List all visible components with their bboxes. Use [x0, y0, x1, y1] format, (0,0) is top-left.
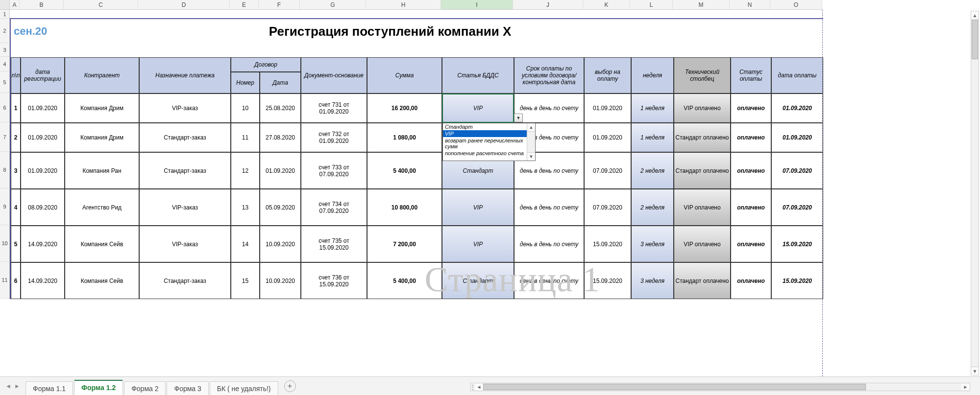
cell-term[interactable]: день в день по счету — [514, 189, 584, 226]
hscroll-thumb[interactable] — [483, 384, 866, 390]
scroll-left-icon[interactable]: ◄ — [475, 383, 483, 391]
cell-n[interactable]: 6 — [11, 262, 21, 299]
sheet-tab[interactable]: Форма 1.1 — [25, 381, 73, 395]
col-header-L[interactable]: L — [630, 0, 673, 9]
cell-n[interactable]: 3 — [11, 152, 21, 189]
cell-contract-date[interactable]: 27.08.2020 — [260, 123, 301, 152]
cell-n[interactable]: 4 — [11, 189, 21, 226]
cell-n[interactable]: 2 — [11, 123, 21, 152]
cell-contract-num[interactable]: 11 — [231, 123, 260, 152]
dropdown-scrollbar[interactable]: ▲▼ — [527, 123, 535, 161]
cell-tech[interactable]: VIP оплачено — [674, 189, 731, 226]
sheet-tab[interactable]: Форма 2 — [124, 381, 166, 395]
cell-purpose[interactable]: Стандарт-заказ — [139, 152, 231, 189]
cell-reg-date[interactable]: 14.09.2020 — [21, 226, 65, 262]
row-header-10[interactable]: 10 — [0, 225, 9, 262]
cell-reg-date[interactable]: 14.09.2020 — [21, 262, 65, 299]
cell-sum[interactable]: 1 080,00 — [367, 123, 442, 152]
row-header-8[interactable]: 8 — [0, 152, 9, 188]
cell-doc[interactable]: счет 736 от15.09.2020 — [301, 262, 367, 299]
cell-week[interactable]: 2 неделя — [631, 152, 674, 189]
row-header-2[interactable]: 2 — [0, 19, 9, 43]
cell-week[interactable]: 3 неделя — [631, 226, 674, 262]
cell-n[interactable]: 5 — [11, 226, 21, 262]
cell-contract-date[interactable]: 05.09.2020 — [260, 189, 301, 226]
cell-doc[interactable]: счет 731 от01.09.2020 — [301, 93, 367, 123]
row-header-11[interactable]: 11 — [0, 262, 9, 299]
dropdown-list[interactable]: СтандартVIPвозврат ранее перечисленных с… — [442, 123, 536, 161]
cell-sum[interactable]: 7 200,00 — [367, 226, 442, 262]
cell-status[interactable]: оплачено — [731, 262, 771, 299]
cell-week[interactable]: 2 неделя — [631, 189, 674, 226]
cell-counterparty[interactable]: Компания Сейв — [65, 226, 139, 262]
col-header-K[interactable]: K — [583, 0, 630, 9]
cell-status[interactable]: оплачено — [731, 189, 771, 226]
cell-pay-date[interactable]: 15.09.2020 — [771, 226, 823, 262]
tab-prev-icon[interactable]: ◄ — [5, 383, 12, 390]
cell-purpose[interactable]: Стандарт-заказ — [139, 262, 231, 299]
tab-next-icon[interactable]: ► — [14, 383, 21, 390]
cell-contract-date[interactable]: 10.09.2020 — [260, 226, 301, 262]
cell-choice[interactable]: 15.09.2020 — [584, 226, 631, 262]
row-header-4[interactable]: 4 — [0, 57, 9, 71]
cell-bdds[interactable]: Стандарт — [442, 262, 514, 299]
col-header-C[interactable]: C — [64, 0, 138, 9]
cell-choice[interactable]: 01.09.2020 — [584, 123, 631, 152]
cell-status[interactable]: оплачено — [731, 226, 771, 262]
col-header-G[interactable]: G — [300, 0, 366, 9]
cell-reg-date[interactable]: 01.09.2020 — [21, 123, 65, 152]
select-all-corner[interactable] — [0, 0, 10, 9]
scroll-down-icon[interactable]: ▼ — [971, 367, 979, 375]
cell-tech[interactable]: VIP оплачено — [674, 226, 731, 262]
hscroll-splitter[interactable]: ⋮ — [471, 384, 475, 391]
cell-sum[interactable]: 5 400,00 — [367, 152, 442, 189]
cell-counterparty[interactable]: Компания Сейв — [65, 262, 139, 299]
row-header-6[interactable]: 6 — [0, 93, 9, 122]
cell-contract-date[interactable]: 25.08.2020 — [260, 93, 301, 123]
cell-doc[interactable]: счет 733 от07.09.2020 — [301, 152, 367, 189]
cell-status[interactable]: оплачено — [731, 123, 771, 152]
cell-bdds[interactable]: VIP — [442, 226, 514, 262]
cell-pay-date[interactable]: 15.09.2020 — [771, 262, 823, 299]
row-header-5[interactable]: 5 — [0, 71, 9, 93]
sheet-tab[interactable]: Форма 1.2 — [74, 380, 123, 395]
cell-purpose[interactable]: Стандарт-заказ — [139, 123, 231, 152]
col-header-I[interactable]: I — [441, 0, 513, 9]
cell-tech[interactable]: VIP оплачено — [674, 93, 731, 123]
cell-choice[interactable]: 15.09.2020 — [584, 262, 631, 299]
cell-contract-num[interactable]: 13 — [231, 189, 260, 226]
cell-term[interactable]: день в день по счету — [514, 226, 584, 262]
cell-pay-date[interactable]: 07.09.2020 — [771, 189, 823, 226]
cell-counterparty[interactable]: Компания Дрим — [65, 93, 139, 123]
row-header-9[interactable]: 9 — [0, 188, 9, 225]
cell-bdds[interactable]: VIP — [442, 189, 514, 226]
scroll-up-icon[interactable]: ▲ — [971, 11, 979, 20]
col-header-M[interactable]: M — [673, 0, 730, 9]
cell-pay-date[interactable]: 07.09.2020 — [771, 152, 823, 189]
cell-counterparty[interactable]: Компания Ран — [65, 152, 139, 189]
cell-sum[interactable]: 10 800,00 — [367, 189, 442, 226]
cell-doc[interactable]: счет 734 от07.09.2020 — [301, 189, 367, 226]
cell-doc[interactable]: счет 735 от15.09.2020 — [301, 226, 367, 262]
cell-week[interactable]: 1 неделя — [631, 123, 674, 152]
cell-contract-date[interactable]: 10.09.2020 — [260, 262, 301, 299]
row-header-3[interactable]: 3 — [0, 43, 9, 57]
cell-week[interactable]: 3 неделя — [631, 262, 674, 299]
cell-tech[interactable]: Стандарт оплачено — [674, 152, 731, 189]
cell-sum[interactable]: 5 400,00 — [367, 262, 442, 299]
cell-term[interactable]: день в день по счету — [514, 93, 584, 123]
col-header-B[interactable]: B — [20, 0, 64, 9]
col-header-O[interactable]: O — [770, 0, 822, 9]
cell-status[interactable]: оплачено — [731, 93, 771, 123]
horizontal-scrollbar[interactable]: ⋮ ◄ ► — [470, 383, 970, 391]
cell-purpose[interactable]: VIP-заказ — [139, 226, 231, 262]
cell-contract-date[interactable]: 01.09.2020 — [260, 152, 301, 189]
sheet-tab[interactable]: БК ( не удалять!) — [210, 381, 278, 395]
cell-contract-num[interactable]: 10 — [231, 93, 260, 123]
chevron-up-icon[interactable]: ▲ — [527, 123, 535, 132]
cell-status[interactable]: оплачено — [731, 152, 771, 189]
cell-choice[interactable]: 07.09.2020 — [584, 189, 631, 226]
dropdown-option[interactable]: Стандарт — [443, 123, 535, 130]
col-header-N[interactable]: N — [730, 0, 770, 9]
scroll-right-icon[interactable]: ► — [961, 383, 970, 391]
